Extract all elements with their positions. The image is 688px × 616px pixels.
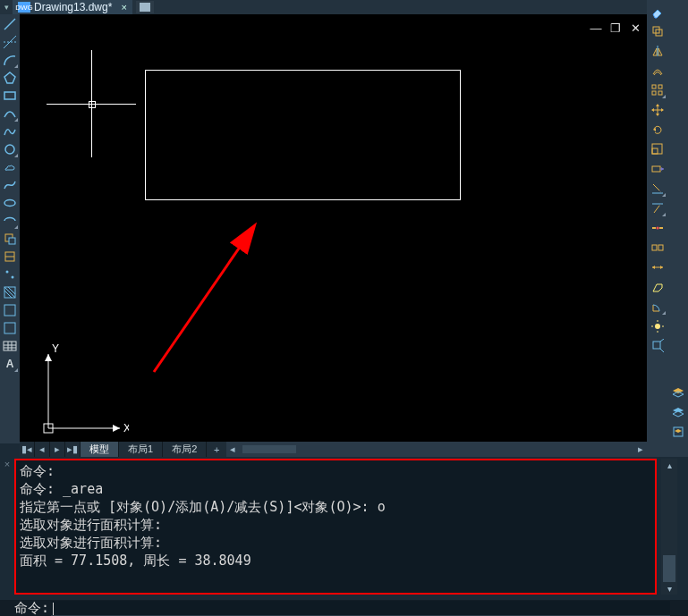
create-block-tool-icon[interactable] [2, 249, 18, 265]
svg-point-5 [5, 145, 14, 154]
viewport-restore-icon[interactable]: ❐ [609, 21, 622, 34]
dwg-file-icon: DWG [18, 2, 30, 13]
svg-line-67 [660, 339, 664, 342]
cmd-line: 命令: [20, 462, 651, 480]
spline-tool-icon[interactable] [2, 177, 18, 193]
svg-marker-37 [661, 108, 664, 112]
svg-marker-34 [656, 104, 659, 106]
layout-tabstrip: ▮◂ ◂ ▸ ▸▮ 模型 布局1 布局2 + ◂ ▸ [20, 442, 647, 457]
ucs-icon: X Y [30, 343, 129, 442]
line-tool-icon[interactable] [2, 16, 18, 32]
ellipse-arc-tool-icon[interactable] [2, 213, 18, 229]
drawing-canvas[interactable]: — ❐ ✕ X Y [20, 14, 647, 442]
command-panel: × 命令: 命令: _area 指定第一点或 [对象(O)/添加(A)/减去(S… [0, 457, 688, 600]
command-history-scrollbar[interactable]: ▴ ▾ [661, 459, 677, 595]
command-panel-close-icon[interactable]: × [2, 459, 13, 469]
hscroll-thumb[interactable] [242, 445, 296, 453]
hscroll-right-icon[interactable]: ▸ [634, 443, 647, 455]
file-tab-close-icon[interactable]: × [115, 2, 126, 13]
array-tool-icon[interactable] [650, 82, 666, 98]
scale-tool-icon[interactable] [650, 141, 666, 157]
cmd-line: 指定第一点或 [对象(O)/添加(A)/减去(S)]<对象(O)>: o [20, 498, 651, 516]
svg-marker-43 [661, 167, 664, 171]
mtext-tool-icon[interactable]: A [2, 356, 18, 372]
canvas-hscrollbar[interactable]: ◂ ▸ [226, 442, 647, 457]
svg-marker-36 [651, 108, 654, 112]
tabstrip-dropdown-icon[interactable]: ▾ [0, 0, 13, 14]
svg-point-12 [12, 276, 14, 279]
trim-tool-icon[interactable] [650, 181, 666, 197]
arc3pt-tool-icon[interactable] [2, 105, 18, 122]
svg-point-11 [6, 271, 9, 274]
circle-tool-icon[interactable] [2, 141, 18, 157]
layer-stack-icon[interactable] [670, 384, 686, 401]
xline-tool-icon[interactable] [2, 34, 18, 50]
extend-tool-icon[interactable] [650, 200, 666, 216]
svg-rect-19 [4, 323, 15, 333]
command-history[interactable]: 命令: 命令: _area 指定第一点或 [对象(O)/添加(A)/减去(S)]… [14, 459, 657, 595]
new-file-tab-button[interactable] [136, 1, 154, 13]
arc-tool-icon[interactable] [2, 52, 18, 68]
layout-nav-first-icon[interactable]: ▮◂ [20, 442, 35, 457]
gradient-tool-icon[interactable] [2, 302, 18, 318]
light-tool-icon[interactable] [650, 318, 666, 334]
hatch-tool-icon[interactable] [2, 284, 18, 300]
svg-rect-18 [4, 305, 15, 316]
stretch-tool-icon[interactable] [650, 161, 666, 177]
drawn-rectangle[interactable] [145, 70, 461, 200]
svg-rect-28 [652, 85, 656, 89]
svg-rect-4 [4, 92, 15, 99]
fillet-tool-icon[interactable] [650, 299, 666, 315]
region-tool-icon[interactable] [2, 320, 18, 336]
polygon-tool-icon[interactable] [2, 70, 18, 86]
command-input[interactable] [51, 601, 670, 616]
ellipse-tool-icon[interactable] [2, 195, 18, 211]
table-tool-icon[interactable] [2, 338, 18, 354]
file-tabstrip: ▾ DWG Drawing13.dwg* × [0, 0, 688, 14]
svg-rect-53 [652, 245, 657, 250]
polyline-tool-icon[interactable] [2, 123, 18, 139]
chamfer-tool-icon[interactable] [650, 279, 666, 295]
tab-model[interactable]: 模型 [81, 442, 119, 457]
vscroll-up-icon[interactable]: ▴ [661, 459, 677, 471]
explode-tool-icon[interactable] [650, 338, 666, 354]
svg-marker-57 [652, 266, 655, 269]
join-tool-icon[interactable] [650, 259, 666, 275]
vscroll-down-icon[interactable]: ▾ [661, 582, 677, 595]
revcloud-tool-icon[interactable] [2, 159, 18, 175]
command-input-row: 命令: [0, 600, 688, 616]
svg-rect-8 [9, 238, 15, 244]
tab-layout1[interactable]: 布局1 [119, 442, 163, 457]
rotate-tool-icon[interactable] [650, 122, 666, 138]
cmd-line: 面积 = 77.1508, 周长 = 38.8049 [20, 552, 651, 570]
insert-block-tool-icon[interactable] [2, 231, 18, 247]
vscroll-thumb[interactable] [663, 555, 675, 582]
layer-walk-icon[interactable] [670, 404, 686, 420]
svg-rect-30 [652, 91, 656, 95]
mirror-tool-icon[interactable] [650, 43, 666, 59]
point-tool-icon[interactable] [2, 266, 18, 283]
erase-tool-icon[interactable] [650, 4, 666, 20]
add-layout-button[interactable]: + [207, 442, 226, 457]
hscroll-left-icon[interactable]: ◂ [226, 443, 239, 455]
layout-nav-next-icon[interactable]: ▸ [50, 442, 65, 457]
offset-tool-icon[interactable] [650, 63, 666, 79]
break-tool-icon[interactable] [650, 240, 666, 256]
tab-layout2[interactable]: 布局2 [163, 442, 207, 457]
copy-tool-icon[interactable] [650, 23, 666, 39]
layout-nav-last-icon[interactable]: ▸▮ [65, 442, 81, 457]
svg-point-52 [656, 227, 658, 230]
layout-nav-prev-icon[interactable]: ◂ [35, 442, 50, 457]
svg-rect-54 [658, 245, 663, 250]
file-tab-active[interactable]: DWG Drawing13.dwg* × [13, 0, 132, 14]
break-point-tool-icon[interactable] [650, 220, 666, 236]
viewport-minimize-icon[interactable]: — [590, 21, 602, 34]
rectangle-tool-icon[interactable] [2, 88, 18, 104]
move-tool-icon[interactable] [650, 102, 666, 118]
layer-paste-icon[interactable] [670, 424, 686, 440]
svg-line-1 [4, 36, 16, 48]
svg-marker-56 [660, 266, 663, 269]
svg-line-0 [4, 19, 15, 30]
svg-marker-80 [45, 354, 52, 361]
viewport-close-icon[interactable]: ✕ [629, 21, 641, 34]
